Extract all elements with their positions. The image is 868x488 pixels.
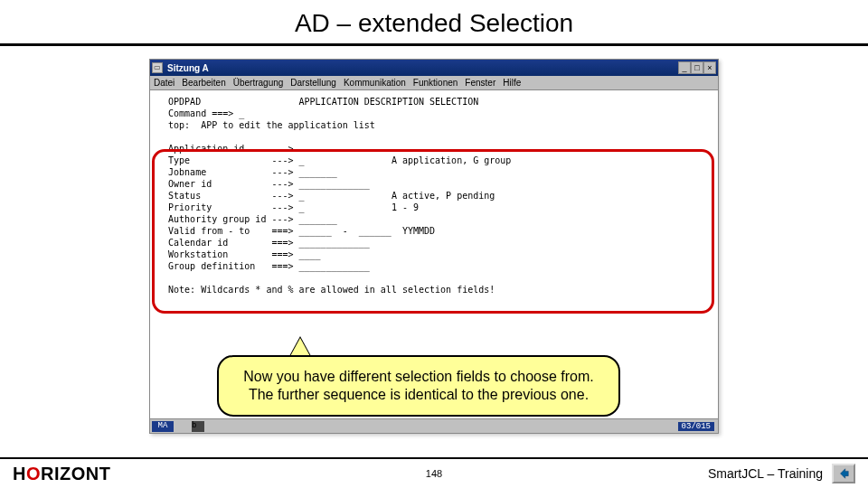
term-line: Application id ---> — [157, 143, 711, 155]
status-right: 03/015 — [678, 422, 714, 431]
term-line: Status ---> _ A active, P pending — [157, 190, 711, 202]
course-name: SmartJCL – Training — [708, 466, 823, 481]
menu-item[interactable]: Übertragung — [233, 78, 284, 88]
minimize-button[interactable]: _ — [678, 61, 691, 74]
term-line: Command ===> _ — [157, 108, 711, 119]
brand-logo: HORIZONT — [13, 464, 110, 484]
term-line: Jobname ---> _______ — [157, 166, 711, 178]
menu-item[interactable]: Datei — [154, 78, 175, 88]
menu-item[interactable]: Funktionen — [413, 78, 458, 88]
brand-h: H — [13, 464, 26, 483]
menu-item[interactable]: Darstellung — [290, 78, 336, 88]
window-title-bar[interactable]: ▭ Sitzung A _ □ × — [150, 60, 718, 76]
slide-title: AD – extended Selection — [0, 0, 868, 43]
footer: HORIZONT 148 SmartJCL – Training — [0, 457, 868, 488]
menu-bar: Datei Bearbeiten Übertragung Darstellung… — [150, 76, 718, 90]
term-line: Calendar id ===> _____________ — [157, 237, 711, 249]
brand-o: O — [26, 464, 41, 483]
menu-item[interactable]: Bearbeiten — [182, 78, 225, 88]
term-line: Type ---> _ A application, G group — [157, 155, 711, 166]
menu-item[interactable]: Hilfe — [503, 78, 521, 88]
back-button[interactable] — [832, 464, 855, 483]
window-title: Sitzung A — [165, 63, 675, 73]
callout-bubble: Now you have different selection fields … — [217, 355, 620, 417]
status-mid: b — [192, 421, 204, 432]
window-icon: ▭ — [152, 62, 163, 73]
menu-item[interactable]: Kommunikation — [344, 78, 406, 88]
term-line: Note: Wildcards * and % are allowed in a… — [157, 284, 711, 296]
page-number: 148 — [426, 468, 442, 479]
term-line — [157, 131, 711, 143]
term-line: Valid from - to ===> ______ - ______ YYM… — [157, 225, 711, 237]
term-line: top: APP to edit the application list — [157, 119, 711, 131]
course-block: SmartJCL – Training — [708, 464, 855, 483]
maximize-button[interactable]: □ — [691, 61, 703, 74]
term-line — [157, 272, 711, 284]
menu-item[interactable]: Fenster — [465, 78, 495, 88]
back-arrow-icon — [837, 467, 850, 480]
status-bar: MA b 03/015 — [150, 418, 718, 433]
close-button[interactable]: × — [703, 61, 716, 74]
term-line: Priority ---> _ 1 - 9 — [157, 202, 711, 213]
brand-rizont: RIZONT — [41, 464, 110, 483]
window-buttons: _ □ × — [678, 61, 716, 74]
status-left: MA — [152, 421, 174, 432]
slide: AD – extended Selection ▭ Sitzung A _ □ … — [0, 0, 868, 488]
callout-text: Now you have different selection fields … — [243, 369, 593, 402]
term-line: Group definition ===> _____________ — [157, 260, 711, 272]
content-area: ▭ Sitzung A _ □ × Datei Bearbeiten Übert… — [0, 46, 868, 57]
term-line: Owner id ---> _____________ — [157, 178, 711, 190]
term-line: OPDPAD APPLICATION DESCRIPTION SELECTION — [157, 96, 711, 108]
term-line: Authority group id ---> _______ — [157, 213, 711, 225]
term-line: Workstation ===> ____ — [157, 249, 711, 260]
